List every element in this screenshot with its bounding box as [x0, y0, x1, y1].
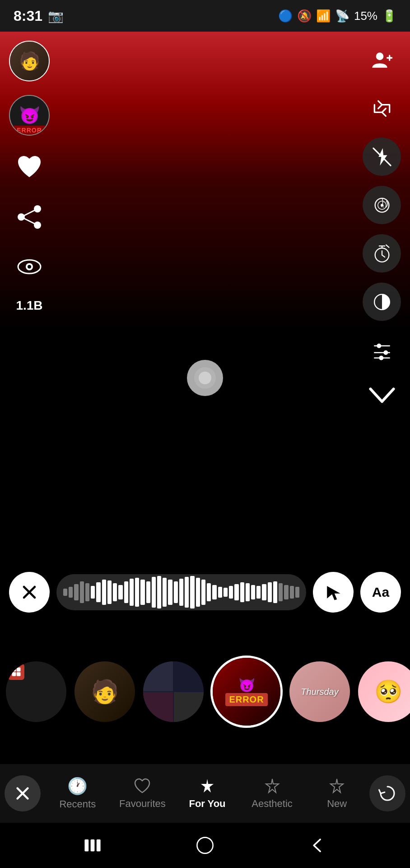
settings-button[interactable] — [363, 331, 401, 369]
filter-error-active[interactable]: 😈 ERROR — [210, 656, 283, 728]
like-button[interactable] — [11, 149, 47, 185]
audio-close-button[interactable] — [9, 572, 50, 613]
filter-kawaii[interactable]: 🥺 — [357, 660, 410, 723]
refresh-button[interactable] — [369, 775, 405, 811]
gallery-badge — [8, 664, 24, 680]
contrast-button[interactable] — [363, 283, 401, 321]
filter-boy[interactable]: 🧑 — [73, 660, 136, 723]
close-nav-button[interactable] — [5, 775, 41, 811]
svg-line-3 — [21, 209, 37, 217]
for-you-label: For You — [189, 798, 225, 810]
tab-favourites[interactable]: Favourites — [110, 774, 175, 813]
sys-menu-button[interactable] — [83, 837, 102, 854]
cursor-button[interactable] — [313, 572, 354, 613]
recents-icon: 🕐 — [67, 777, 88, 796]
playback-indicator[interactable] — [187, 360, 223, 396]
tab-aesthetic[interactable]: Aesthetic — [240, 774, 305, 813]
error-label: ERROR — [10, 126, 49, 135]
svg-rect-43 — [96, 840, 100, 851]
error-avatar[interactable]: 😈 ERROR — [9, 95, 50, 136]
svg-point-23 — [377, 344, 381, 348]
add-user-button[interactable] — [363, 41, 401, 79]
tab-new[interactable]: New — [304, 774, 369, 813]
filter-collage[interactable] — [142, 660, 205, 723]
filter-thursday[interactable]: Thursday — [288, 660, 351, 723]
waveform-container[interactable] — [56, 574, 306, 610]
audio-bar: Aa — [0, 556, 410, 628]
chevron-down-button[interactable] — [366, 384, 398, 406]
error-avatar-inner: 😈 ERROR — [10, 96, 49, 135]
svg-point-27 — [379, 355, 383, 360]
views-button[interactable] — [11, 249, 47, 285]
no-flash-button[interactable] — [363, 137, 401, 176]
error-filter-label: ERROR — [225, 693, 267, 706]
tab-recents[interactable]: 🕐 Recents — [45, 773, 110, 814]
svg-marker-40 — [331, 779, 343, 793]
text-button[interactable]: Aa — [360, 572, 401, 613]
svg-rect-34 — [12, 672, 16, 676]
svg-point-25 — [383, 350, 388, 355]
status-right-icons: 🔵 🔕 📶 📡 15% 🔋 — [278, 9, 396, 23]
main-content: 🧑 😈 ERROR — [0, 32, 410, 628]
sys-back-button[interactable] — [308, 835, 327, 855]
svg-rect-35 — [17, 672, 21, 676]
aesthetic-label: Aesthetic — [252, 798, 293, 810]
svg-point-7 — [28, 265, 31, 269]
svg-point-29 — [199, 372, 211, 384]
battery-icon: 🔋 — [382, 9, 396, 23]
signal-icon: 📡 — [335, 9, 349, 23]
user-avatar[interactable]: 🧑 — [9, 41, 50, 81]
bottom-nav: 🕐 Recents Favourites For You Aesthetic N… — [0, 764, 410, 823]
svg-rect-42 — [90, 840, 94, 851]
system-nav — [0, 823, 410, 868]
repost-button[interactable] — [363, 89, 401, 127]
new-label: New — [327, 798, 347, 810]
bluetooth-icon: 🔵 — [278, 9, 293, 23]
error-horns: 😈 — [238, 677, 255, 693]
timer-button[interactable] — [363, 234, 401, 273]
svg-line-4 — [21, 217, 37, 225]
svg-rect-33 — [17, 667, 21, 671]
sys-home-button[interactable] — [195, 835, 215, 855]
svg-point-8 — [376, 52, 383, 60]
share-button[interactable] — [11, 199, 47, 235]
new-icon — [328, 777, 346, 795]
mute-icon: 🔕 — [297, 9, 312, 23]
right-sidebar: ♫ — [363, 41, 401, 406]
avatar-image: 🧑 — [10, 42, 49, 80]
favourites-label: Favourites — [119, 798, 166, 810]
favourites-icon — [133, 777, 151, 795]
svg-rect-41 — [84, 840, 89, 851]
svg-marker-39 — [266, 779, 279, 793]
filter-strip: 🧑 😈 ERROR Thursday 🥺 👤 — [0, 646, 410, 737]
aesthetic-icon — [263, 777, 281, 795]
status-time: 8:31 — [14, 8, 42, 24]
waveform-bars — [63, 574, 299, 610]
thursday-label: Thursday — [301, 687, 338, 697]
svg-marker-38 — [201, 779, 214, 793]
for-you-icon — [198, 777, 216, 795]
svg-text:♫: ♫ — [380, 203, 384, 208]
music-button[interactable]: ♫ — [363, 186, 401, 224]
left-sidebar: 🧑 😈 ERROR — [9, 41, 50, 313]
recents-label: Recents — [59, 798, 96, 810]
svg-rect-32 — [12, 667, 16, 671]
status-bar: 8:31 📷 🔵 🔕 📶 📡 15% 🔋 — [0, 0, 410, 32]
svg-point-44 — [197, 837, 213, 853]
video-camera-icon: 📷 — [48, 9, 64, 24]
wifi-icon: 📶 — [316, 9, 331, 23]
svg-line-18 — [382, 255, 385, 257]
filter-gallery[interactable] — [5, 660, 68, 723]
text-button-label: Aa — [372, 585, 389, 600]
view-count: 1.1B — [16, 298, 42, 313]
battery-percent: 15% — [354, 9, 377, 23]
tab-for-you[interactable]: For You — [175, 774, 240, 813]
